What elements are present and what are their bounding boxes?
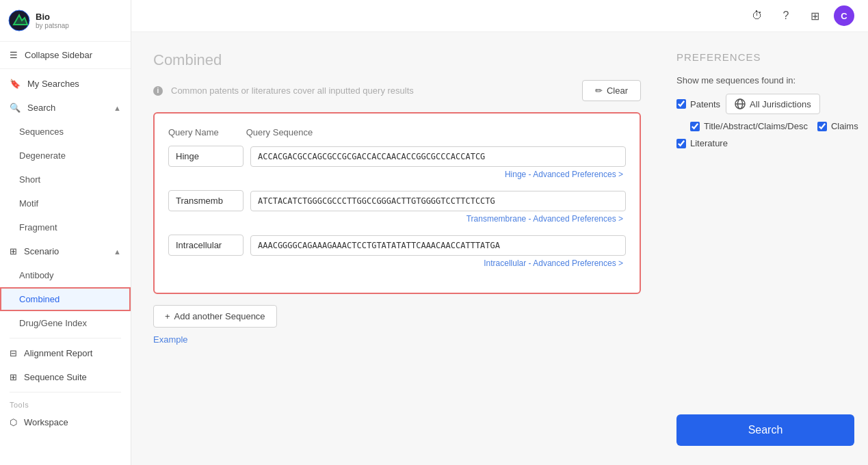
sidebar-item-sequences[interactable]: Sequences xyxy=(0,120,131,144)
sidebar-item-alignment-report[interactable]: ⊟ Alignment Report xyxy=(0,341,131,365)
preferences-panel: PREFERENCES Show me sequences found in: … xyxy=(663,32,868,465)
content-area: Combined i Common patents or literatures… xyxy=(131,32,868,465)
grid-icon[interactable]: ⊞ xyxy=(805,6,824,25)
sequence-row-1: Hinge - Advanced Preferences > xyxy=(168,146,626,179)
sequence-inputs-3 xyxy=(168,235,626,256)
suite-icon: ⊞ xyxy=(10,372,17,382)
sidebar-item-motif[interactable]: Motif xyxy=(0,191,131,215)
patents-checkbox-label[interactable]: Patents xyxy=(676,99,720,109)
app-logo xyxy=(8,10,30,31)
chevron-up-icon-2: ▲ xyxy=(114,248,121,256)
app-sub: by patsnap xyxy=(36,22,69,29)
eraser-icon: ✏ xyxy=(595,85,603,96)
search-button[interactable]: Search xyxy=(676,414,854,446)
title-abstract-checkbox-label[interactable]: Title/Abstract/Claims/Desc xyxy=(690,121,808,131)
sidebar-divider-2 xyxy=(10,392,121,393)
main-area: ⏱ ? ⊞ C Combined i Common patents or lit… xyxy=(131,0,868,465)
sidebar-item-my-searches[interactable]: 🔖 My Searches xyxy=(0,72,131,96)
info-circle-icon: i xyxy=(153,86,163,96)
sidebar-nav: 🔖 My Searches 🔍 Search ▲ Sequences Degen… xyxy=(0,69,131,437)
show-label: Show me sequences found in: xyxy=(676,75,854,85)
sequence-name-input-3[interactable] xyxy=(168,235,244,256)
add-sequence-button[interactable]: + Add another Sequence xyxy=(153,305,277,328)
title-abstract-checkbox[interactable] xyxy=(690,122,700,131)
info-bar: i Common patents or literatures cover al… xyxy=(153,80,641,101)
sequence-inputs-1 xyxy=(168,146,626,167)
title-abstract-row: Title/Abstract/Claims/Desc Claims xyxy=(676,121,854,131)
claims-checkbox[interactable] xyxy=(817,122,827,131)
claims-checkbox-label[interactable]: Claims xyxy=(817,121,858,131)
col-query-name-label: Query Name xyxy=(168,127,219,137)
page-title: Combined xyxy=(153,51,641,69)
patents-checkbox[interactable] xyxy=(676,99,686,109)
sequences-box: Query Name Query Sequence Hinge - Advanc… xyxy=(153,112,641,294)
sidebar-item-search[interactable]: 🔍 Search ▲ xyxy=(0,96,131,120)
sequence-name-input-2[interactable] xyxy=(168,190,244,211)
sequence-row-3: Intracellular - Advanced Preferences > xyxy=(168,235,626,268)
tools-label: Tools xyxy=(0,395,131,410)
sidebar-divider-1 xyxy=(10,338,121,338)
jurisdictions-button[interactable]: All Jurisdictions xyxy=(726,94,820,114)
sidebar-item-degenerate[interactable]: Degenerate xyxy=(0,144,131,168)
sequence-value-input-1[interactable] xyxy=(250,146,626,167)
topbar: ⏱ ? ⊞ C xyxy=(131,0,868,32)
collapse-sidebar-button[interactable]: ☰ Collapse Sidebar xyxy=(0,42,131,69)
sidebar-item-drug-gene[interactable]: Drug/Gene Index xyxy=(0,311,131,335)
main-panel: Combined i Common patents or literatures… xyxy=(131,32,663,465)
info-text: Common patents or literatures cover all … xyxy=(171,85,414,96)
clear-button[interactable]: ✏ Clear xyxy=(582,80,641,101)
scenario-icon: ⊞ xyxy=(10,246,17,256)
patents-row: Patents All Jurisdictions xyxy=(676,94,854,114)
collapse-icon: ☰ xyxy=(10,50,18,60)
literature-checkbox-label[interactable]: Literature xyxy=(676,138,728,148)
literature-row: Literature xyxy=(676,138,854,148)
advanced-prefs-link-2[interactable]: Transmembrane - Advanced Preferences > xyxy=(168,214,626,224)
alignment-icon: ⊟ xyxy=(10,348,17,358)
chevron-up-icon: ▲ xyxy=(114,104,121,112)
plus-icon: + xyxy=(165,311,170,321)
sidebar-item-scenario[interactable]: ⊞ Scenario ▲ xyxy=(0,239,131,263)
preferences-title: PREFERENCES xyxy=(676,51,854,63)
sidebar-item-sequence-suite[interactable]: ⊞ Sequence Suite xyxy=(0,365,131,389)
app-name: Bio xyxy=(36,12,69,23)
sidebar-item-short[interactable]: Short xyxy=(0,168,131,191)
advanced-prefs-link-1[interactable]: Hinge - Advanced Preferences > xyxy=(168,170,626,179)
advanced-prefs-link-3[interactable]: Intracellular - Advanced Preferences > xyxy=(168,258,626,268)
literature-checkbox[interactable] xyxy=(676,139,686,148)
help-icon[interactable]: ? xyxy=(776,6,795,25)
add-sequence-label: Add another Sequence xyxy=(174,311,265,321)
sequence-inputs-2 xyxy=(168,190,626,211)
globe-icon xyxy=(735,98,746,109)
user-avatar[interactable]: C xyxy=(834,5,854,26)
heart-icon: 🔖 xyxy=(10,79,21,89)
sequence-value-input-2[interactable] xyxy=(250,191,626,211)
sidebar-item-workspace[interactable]: ⬡ Workspace xyxy=(0,410,131,434)
sequence-value-input-3[interactable] xyxy=(250,235,626,256)
sequence-name-input-1[interactable] xyxy=(168,146,244,167)
sidebar: Bio by patsnap ☰ Collapse Sidebar 🔖 My S… xyxy=(0,0,131,465)
sequences-header: Query Name Query Sequence xyxy=(168,127,626,137)
workspace-icon: ⬡ xyxy=(10,417,17,427)
sidebar-header: Bio by patsnap xyxy=(0,0,131,42)
search-icon: 🔍 xyxy=(10,103,21,113)
sidebar-item-combined-wrapper: Combined xyxy=(0,287,131,311)
collapse-label: Collapse Sidebar xyxy=(25,50,92,60)
example-link[interactable]: Example xyxy=(153,334,188,345)
sidebar-item-combined[interactable]: Combined xyxy=(0,287,131,311)
sidebar-item-fragment[interactable]: Fragment xyxy=(0,215,131,239)
timer-icon[interactable]: ⏱ xyxy=(748,6,767,25)
sidebar-item-antibody[interactable]: Antibody xyxy=(0,263,131,287)
col-query-sequence-label: Query Sequence xyxy=(246,127,313,137)
sequence-row-2: Transmembrane - Advanced Preferences > xyxy=(168,190,626,224)
